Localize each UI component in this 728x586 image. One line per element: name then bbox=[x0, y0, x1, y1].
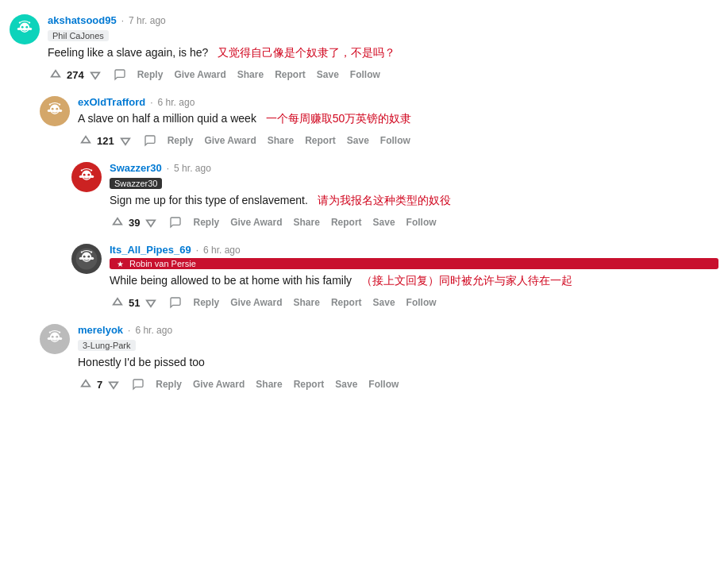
upvote-button[interactable] bbox=[78, 133, 94, 148]
svg-point-6 bbox=[17, 28, 21, 30]
give-award-button[interactable]: Give Award bbox=[226, 214, 286, 230]
comment-actions: 51 Reply Give Award Share Report Save Fo… bbox=[110, 294, 718, 311]
vote-section: 39 bbox=[110, 214, 159, 230]
comment-header: merelyok · 6 hr. ago bbox=[78, 324, 718, 336]
follow-button[interactable]: Follow bbox=[403, 295, 441, 310]
comment-icon-button[interactable] bbox=[165, 214, 186, 231]
comment-actions: 274 Reply Give Award Share Report Save F… bbox=[48, 66, 718, 83]
svg-point-14 bbox=[48, 110, 51, 112]
comment-actions: 121 Reply Give Award Share Report Save F… bbox=[78, 132, 718, 149]
translation: 一个每周赚取50万英镑的奴隶 bbox=[266, 112, 412, 125]
follow-button[interactable]: Follow bbox=[376, 133, 414, 148]
svg-point-38 bbox=[48, 337, 51, 340]
comment-header: Its_All_Pipes_69 · 6 hr. ago bbox=[110, 244, 718, 256]
svg-point-39 bbox=[59, 337, 62, 340]
downvote-button[interactable] bbox=[143, 214, 159, 230]
username[interactable]: exOldTrafford bbox=[78, 96, 145, 108]
svg-point-18 bbox=[83, 174, 86, 176]
reply-button[interactable]: Reply bbox=[189, 214, 223, 230]
svg-point-10 bbox=[52, 108, 54, 110]
vote-count: 39 bbox=[129, 217, 140, 229]
reddit-alien-icon bbox=[75, 166, 98, 188]
username[interactable]: Its_All_Pipes_69 bbox=[110, 244, 191, 256]
comment-text: Feeling like a slave again, is he? 又觉得自己… bbox=[48, 44, 718, 61]
comment-header: Swazzer30 · 5 hr. ago bbox=[110, 162, 718, 174]
vote-section: 51 bbox=[110, 295, 159, 310]
upvote-button[interactable] bbox=[78, 376, 94, 392]
username[interactable]: merelyok bbox=[78, 324, 123, 336]
save-button[interactable]: Save bbox=[369, 214, 399, 230]
vote-count: 274 bbox=[67, 69, 84, 81]
report-button[interactable]: Report bbox=[327, 214, 366, 230]
follow-button[interactable]: Follow bbox=[346, 67, 384, 83]
translation: 请为我报名这种类型的奴役 bbox=[318, 194, 451, 206]
save-button[interactable]: Save bbox=[331, 376, 361, 392]
comment: exOldTrafford · 6 hr. ago A slave on hal… bbox=[0, 90, 728, 156]
upvote-button[interactable] bbox=[110, 295, 125, 310]
comment: Swazzer30 · 5 hr. ago Swazzer30 Sign me … bbox=[0, 156, 728, 237]
svg-point-30 bbox=[79, 257, 83, 260]
report-button[interactable]: Report bbox=[327, 295, 366, 310]
comment: merelyok · 6 hr. ago 3-Lung-Park Honestl… bbox=[0, 318, 728, 399]
share-button[interactable]: Share bbox=[233, 67, 268, 83]
svg-point-2 bbox=[21, 26, 24, 29]
share-button[interactable]: Share bbox=[264, 133, 298, 148]
follow-button[interactable]: Follow bbox=[403, 214, 441, 230]
downvote-button[interactable] bbox=[106, 376, 121, 392]
username[interactable]: akshatsood95 bbox=[48, 14, 117, 26]
reddit-alien-icon bbox=[13, 18, 36, 40]
comment-icon-button[interactable] bbox=[165, 294, 186, 311]
vote-count: 51 bbox=[129, 297, 140, 309]
reply-button[interactable]: Reply bbox=[133, 67, 168, 83]
give-award-button[interactable]: Give Award bbox=[170, 67, 229, 83]
report-button[interactable]: Report bbox=[271, 67, 310, 83]
downvote-button[interactable] bbox=[143, 295, 159, 310]
share-button[interactable]: Share bbox=[290, 214, 324, 230]
comment: Its_All_Pipes_69 · 6 hr. ago ★ Robin van… bbox=[0, 237, 728, 318]
timestamp: 6 hr. ago bbox=[158, 97, 195, 108]
username[interactable]: Swazzer30 bbox=[110, 162, 162, 174]
comment-icon-button[interactable] bbox=[128, 376, 148, 393]
comment-icon-button[interactable] bbox=[110, 66, 130, 83]
svg-point-27 bbox=[87, 256, 90, 258]
upvote-button[interactable] bbox=[110, 214, 125, 230]
translation: （接上文回复）同时被允许与家人待在一起 bbox=[361, 274, 572, 287]
reddit-alien-icon bbox=[75, 248, 98, 270]
give-award-button[interactable]: Give Award bbox=[189, 376, 248, 392]
svg-point-23 bbox=[91, 175, 94, 178]
timestamp: 5 hr. ago bbox=[174, 163, 211, 174]
svg-point-19 bbox=[87, 174, 90, 176]
timestamp: 6 hr. ago bbox=[203, 245, 241, 256]
svg-point-11 bbox=[56, 108, 58, 110]
svg-point-35 bbox=[56, 336, 58, 338]
share-button[interactable]: Share bbox=[290, 295, 324, 310]
give-award-button[interactable]: Give Award bbox=[200, 133, 260, 148]
reply-button[interactable]: Reply bbox=[152, 376, 186, 392]
svg-point-36 bbox=[49, 331, 51, 333]
downvote-button[interactable] bbox=[117, 133, 133, 148]
comment-icon-button[interactable] bbox=[140, 132, 160, 149]
avatar bbox=[10, 14, 40, 44]
avatar bbox=[40, 324, 70, 354]
give-award-button[interactable]: Give Award bbox=[226, 295, 286, 310]
comment: akshatsood95 · 7 hr. ago Phil CaJones Fe… bbox=[0, 8, 728, 90]
vote-section: 274 bbox=[48, 67, 103, 83]
comment-actions: 39 Reply Give Award Share Report Save Fo… bbox=[110, 214, 718, 231]
upvote-button[interactable] bbox=[48, 67, 64, 83]
report-button[interactable]: Report bbox=[301, 133, 340, 148]
user-flair: ★ Robin van Persie bbox=[110, 258, 718, 269]
reply-button[interactable]: Reply bbox=[164, 133, 198, 148]
save-button[interactable]: Save bbox=[369, 295, 399, 310]
svg-point-34 bbox=[52, 336, 54, 338]
comment-text: Sign me up for this type of enslavement.… bbox=[110, 192, 718, 209]
save-button[interactable]: Save bbox=[313, 67, 343, 83]
save-button[interactable]: Save bbox=[343, 133, 373, 148]
reply-button[interactable]: Reply bbox=[189, 295, 223, 310]
follow-button[interactable]: Follow bbox=[364, 376, 403, 392]
comment-body: Swazzer30 · 5 hr. ago Swazzer30 Sign me … bbox=[110, 162, 718, 231]
share-button[interactable]: Share bbox=[252, 376, 286, 392]
report-button[interactable]: Report bbox=[290, 376, 329, 392]
vote-section: 121 bbox=[78, 133, 133, 148]
downvote-button[interactable] bbox=[87, 67, 103, 83]
comment-body: exOldTrafford · 6 hr. ago A slave on hal… bbox=[78, 96, 718, 149]
